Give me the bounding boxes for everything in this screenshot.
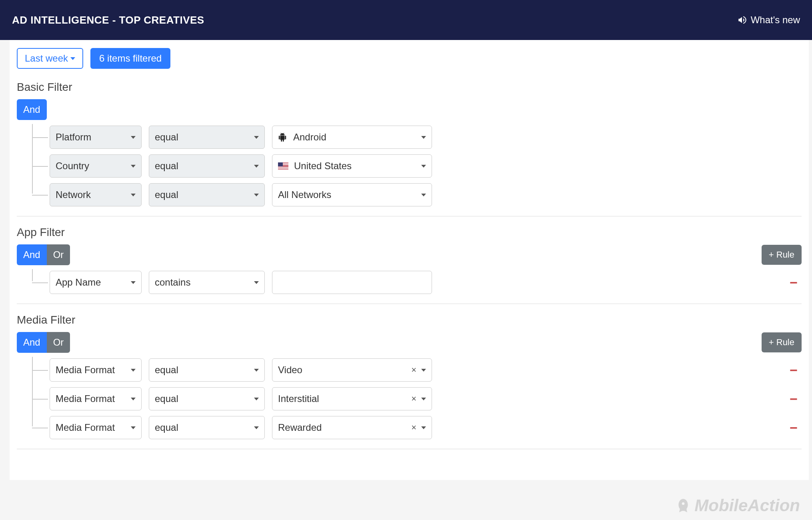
chevron-down-icon (254, 281, 259, 284)
value-select[interactable]: Interstitial × (272, 387, 432, 410)
add-rule-button[interactable]: + Rule (762, 332, 802, 352)
rule-row: Media Format equal Video × − (50, 358, 802, 382)
separator (17, 304, 802, 304)
clear-value-icon[interactable]: × (409, 365, 419, 375)
field-select[interactable]: Media Format (50, 358, 142, 382)
value-select[interactable]: United States (272, 154, 432, 178)
media-logic-toggle: And Or (17, 332, 70, 353)
toolbar: Last week 6 items filtered (17, 48, 802, 69)
chevron-down-icon (254, 165, 259, 168)
remove-rule-button[interactable]: − (786, 391, 802, 407)
chevron-down-icon (254, 136, 259, 139)
separator (17, 449, 802, 449)
content-area: Last week 6 items filtered Basic Filter … (10, 40, 809, 480)
logic-and-button[interactable]: And (17, 244, 47, 265)
basic-logic-toggle: And (17, 99, 47, 120)
value-select[interactable]: Video × (272, 358, 432, 382)
operator-select[interactable]: equal (149, 387, 265, 410)
megaphone-icon (737, 15, 748, 25)
rule-row: Network equal All Networks (50, 183, 802, 206)
chevron-down-icon (131, 398, 136, 400)
media-rules: Media Format equal Video × − Media Forma… (32, 358, 802, 439)
chevron-down-icon (254, 426, 259, 429)
chevron-down-icon (131, 194, 136, 196)
chevron-down-icon (131, 369, 136, 372)
clear-value-icon[interactable]: × (409, 394, 419, 404)
chevron-down-icon (131, 426, 136, 429)
chevron-down-icon (421, 194, 426, 196)
field-select[interactable]: App Name (50, 271, 142, 294)
page-title: AD INTELLIGENCE - TOP CREATIVES (12, 14, 204, 26)
us-flag-icon (278, 162, 288, 170)
app-rules: App Name contains − (32, 271, 802, 294)
daterange-dropdown[interactable]: Last week (17, 48, 83, 69)
rule-row: Media Format equal Interstitial × − (50, 387, 802, 410)
chevron-down-icon (254, 194, 259, 196)
operator-select[interactable]: equal (149, 358, 265, 382)
logic-or-button[interactable]: Or (47, 244, 70, 265)
chevron-down-icon (131, 281, 136, 284)
operator-select[interactable]: contains (149, 271, 265, 294)
rule-row: App Name contains − (50, 271, 802, 294)
caret-down-icon (70, 57, 75, 60)
value-select[interactable]: All Networks (272, 183, 432, 206)
field-select[interactable]: Media Format (50, 387, 142, 410)
app-filter-title: App Filter (17, 226, 802, 239)
field-select[interactable]: Network (50, 183, 142, 206)
whats-new-label: What's new (751, 14, 800, 26)
clear-value-icon[interactable]: × (409, 422, 419, 433)
logic-or-button[interactable]: Or (47, 332, 70, 353)
value-input[interactable] (272, 271, 432, 294)
logic-and-button[interactable]: And (17, 99, 47, 120)
topbar: AD INTELLIGENCE - TOP CREATIVES What's n… (0, 0, 812, 40)
media-filter-title: Media Filter (17, 314, 802, 326)
chevron-down-icon (421, 136, 426, 139)
whats-new-button[interactable]: What's new (737, 14, 800, 26)
chevron-down-icon (421, 426, 426, 429)
chevron-down-icon (254, 369, 259, 372)
daterange-label: Last week (25, 53, 68, 64)
chevron-down-icon (254, 398, 259, 400)
remove-rule-button[interactable]: − (786, 362, 802, 378)
chevron-down-icon (131, 136, 136, 139)
chevron-down-icon (421, 165, 426, 168)
brand-watermark: MobileAction (675, 496, 800, 515)
filtered-badge[interactable]: 6 items filtered (90, 48, 170, 69)
rule-row: Platform equal Android (50, 126, 802, 149)
field-select[interactable]: Platform (50, 126, 142, 149)
operator-select[interactable]: equal (149, 183, 265, 206)
app-logic-toggle: And Or (17, 244, 70, 265)
operator-select[interactable]: equal (149, 126, 265, 149)
basic-rules: Platform equal Android Country equal Uni… (32, 126, 802, 206)
remove-rule-button[interactable]: − (786, 275, 802, 290)
brand-label: MobileAction (694, 496, 800, 515)
chevron-down-icon (421, 398, 426, 400)
operator-select[interactable]: equal (149, 154, 265, 178)
logic-and-button[interactable]: And (17, 332, 47, 353)
rocket-icon (675, 498, 691, 514)
rule-row: Country equal United States (50, 154, 802, 178)
field-select[interactable]: Media Format (50, 416, 142, 439)
android-icon (278, 133, 287, 142)
operator-select[interactable]: equal (149, 416, 265, 439)
field-select[interactable]: Country (50, 154, 142, 178)
rule-row: Media Format equal Rewarded × − (50, 416, 802, 439)
separator (17, 216, 802, 216)
chevron-down-icon (421, 369, 426, 372)
chevron-down-icon (131, 165, 136, 168)
add-rule-button[interactable]: + Rule (762, 245, 802, 265)
basic-filter-title: Basic Filter (17, 81, 802, 94)
value-select[interactable]: Rewarded × (272, 416, 432, 439)
remove-rule-button[interactable]: − (786, 420, 802, 436)
value-select[interactable]: Android (272, 126, 432, 149)
